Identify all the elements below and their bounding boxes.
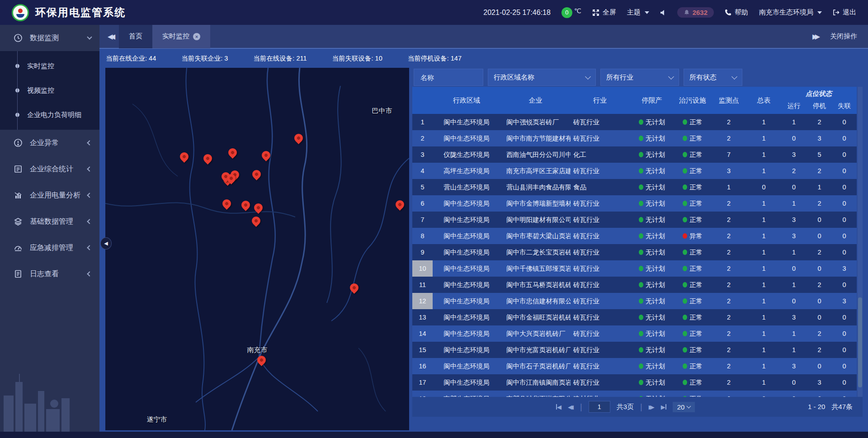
collapse-tabs-button[interactable]: ◀◀ (108, 33, 113, 41)
next-page-button[interactable]: ▶▶ (649, 404, 655, 410)
close-operations-button[interactable]: 关闭操作 (830, 32, 857, 41)
map-pin-icon[interactable] (226, 174, 236, 184)
sidebar-group-应急减排管理[interactable]: 应急减排管理 (0, 235, 99, 261)
collapse-map-button[interactable]: ◀ (100, 237, 112, 250)
table-row[interactable]: 14阆中生态环境局阆中大兴页岩机砖厂砖瓦行业无计划正常21120 (412, 325, 857, 342)
map-pin-icon[interactable] (257, 355, 267, 365)
last-page-button[interactable]: ▶ (661, 404, 666, 410)
map-pin-icon[interactable] (228, 148, 238, 158)
table-row[interactable]: 6阆中生态环境局阆中市金博瑞新型墙材砖瓦行业无计划正常21120 (412, 195, 857, 212)
notification-pill[interactable]: 2632 (677, 7, 714, 18)
name-search-input[interactable] (420, 73, 477, 82)
map-pin-icon[interactable] (179, 152, 189, 162)
cell-region: 阆中生态环境局 (433, 342, 500, 358)
cell-offline: 0 (832, 163, 857, 179)
map-pin-icon[interactable] (254, 203, 264, 213)
table-row[interactable]: 13阆中生态环境局阆中市金福旺页岩机砖砖瓦行业无计划正常21300 (412, 309, 857, 325)
cell-offline: 0 (832, 146, 857, 163)
organization-dropdown[interactable]: 南充市生态环境局 (759, 8, 822, 17)
cell-index: 15 (412, 342, 433, 358)
cell-region: 阆中生态环境局 (433, 195, 500, 212)
stat-value: 147 (451, 55, 462, 62)
map-pin-icon[interactable] (294, 133, 304, 143)
topbar-actions: 2021-02-25 17:46:18 0 ℃ 全屏 主题 2632 (483, 7, 868, 18)
production-limit-text: 无计划 (646, 248, 665, 257)
table-scrollbar-thumb[interactable] (858, 297, 862, 387)
cell-industry: 砖瓦行业 (571, 195, 629, 212)
cell-company: 阆中市南方节能建材有 (500, 130, 571, 146)
map-pin-icon[interactable] (261, 151, 271, 160)
tab-realtime-monitor[interactable]: 实时监控 × (152, 25, 210, 48)
cell-index: 12 (412, 293, 433, 309)
table-row[interactable]: 11阆中生态环境局阆中市五马桥页岩机砖砖瓦行业无计划正常21120 (412, 277, 857, 293)
table-row[interactable]: 10阆中生态环境局阆中千佛镇五郎垭页岩砖瓦行业无计划正常21003 (412, 260, 857, 277)
cell-pollution-facility: 异常 (675, 228, 711, 244)
map-rivers (105, 68, 409, 430)
sidebar-group-企业综合统计[interactable]: 企业综合统计 (0, 156, 99, 182)
sidebar-group-日志查看[interactable]: 日志查看 (0, 261, 99, 287)
table-row[interactable]: 4高坪生态环境局南充市高坪区王家店建砖瓦行业无计划正常31220 (412, 163, 857, 179)
previous-page-button[interactable]: ◀◀ (568, 404, 574, 410)
fullscreen-button[interactable]: 全屏 (592, 8, 616, 17)
mute-button[interactable] (660, 9, 666, 16)
map-pin-icon[interactable] (395, 200, 405, 210)
production-limit-text: 无计划 (646, 232, 665, 240)
page-size-select[interactable]: 20 (673, 402, 695, 412)
status-dot-green (683, 201, 687, 206)
status-dot-green (639, 217, 643, 222)
map-pin-icon[interactable] (222, 199, 232, 209)
table-row[interactable]: 12阆中生态环境局阆中市忠信建材有限公砖瓦行业无计划正常21003 (412, 293, 857, 309)
cell-company: 阆中市金福旺页岩机砖 (500, 309, 571, 325)
column-header-监测点: 监测点 (711, 87, 747, 114)
logout-button[interactable]: 退出 (833, 8, 856, 17)
cell-company: 阆中市枣碧大梁山页岩 (500, 228, 571, 244)
cell-monitor-points: 6 (711, 391, 747, 397)
sidebar-group-企业异常[interactable]: 企业异常 (0, 130, 99, 156)
sidebar-group-数据监测[interactable]: 数据监测 (0, 25, 99, 51)
map-pin-icon[interactable] (252, 170, 262, 179)
cell-total-meters: 1 (747, 228, 781, 244)
table-body: 1阆中生态环境局阆中强锐页岩砖厂砖瓦行业无计划正常211202阆中生态环境局阆中… (412, 114, 857, 397)
cell-index: 18 (412, 391, 433, 397)
table-row[interactable]: 17阆中生态环境局阆中市江南镇阆南页岩砖瓦行业无计划正常21030 (412, 374, 857, 391)
status-select[interactable]: 所有状态 (684, 69, 742, 86)
map-pin-icon[interactable] (203, 154, 213, 164)
sidebar-group-企业用电量分析[interactable]: 企业用电量分析 (0, 182, 99, 208)
theme-dropdown[interactable]: 主题 (627, 8, 649, 17)
sidebar-item-视频监控[interactable]: 视频监控 (0, 78, 99, 103)
close-tab-icon[interactable]: × (193, 33, 200, 40)
table-row[interactable]: 2阆中生态环境局阆中市南方节能建材有砖瓦行业无计划正常21030 (412, 130, 857, 146)
table-row[interactable]: 8阆中生态环境局阆中市枣碧大梁山页岩砖瓦行业无计划异常21300 (412, 228, 857, 244)
map-pin-icon[interactable] (251, 216, 261, 226)
cell-stopped: 0 (807, 293, 832, 309)
table-row[interactable]: 5营山生态环境局营山县润丰肉食品有限食品无计划正常10010 (412, 179, 857, 195)
table-row[interactable]: 18南部生态环境局南部县砂华页岩有限公建材行业无计划正常62060 (412, 391, 857, 397)
cell-running: 0 (781, 293, 807, 309)
cell-company: 阆中市二龙长宝页岩砖 (500, 244, 571, 260)
table-row[interactable]: 7阆中生态环境局阆中明阳建材有限公司砖瓦行业无计划正常21300 (412, 212, 857, 228)
industry-select[interactable]: 所有行业 (600, 69, 679, 86)
status-dot-green (639, 331, 643, 336)
cell-stopped: 2 (807, 244, 832, 260)
table-row[interactable]: 9阆中生态环境局阆中市二龙长宝页岩砖砖瓦行业无计划正常21120 (412, 244, 857, 260)
table-row[interactable]: 3仪陇生态环境局西南油气田分公司川中化工无计划正常71350 (412, 146, 857, 163)
production-limit-text: 无计划 (646, 199, 665, 208)
sidebar-item-实时监控[interactable]: 实时监控 (0, 54, 99, 78)
sidebar-group-基础数据管理[interactable]: 基础数据管理 (0, 208, 99, 235)
map-pin-icon[interactable] (349, 283, 359, 293)
scroll-tabs-right-button[interactable]: ▶▶ (812, 33, 817, 41)
map-pin-icon[interactable] (241, 200, 251, 210)
sidebar-item-企业电力负荷明细[interactable]: 企业电力负荷明细 (0, 103, 99, 127)
tab-home[interactable]: 首页 (119, 25, 152, 48)
status-dot-green (683, 119, 687, 125)
cell-running: 3 (781, 212, 807, 228)
table-row[interactable]: 15阆中生态环境局阆中市光富页岩机砖厂砖瓦行业无计划正常21120 (412, 342, 857, 358)
cell-region: 阆中生态环境局 (433, 374, 500, 391)
table-row[interactable]: 16阆中生态环境局阆中市石子页岩机砖厂砖瓦行业无计划正常21300 (412, 358, 857, 374)
first-page-button[interactable]: ◀ (556, 404, 561, 410)
region-select[interactable]: 行政区域名称 (488, 69, 596, 86)
help-button[interactable]: 帮助 (725, 8, 748, 17)
table-row[interactable]: 1阆中生态环境局阆中强锐页岩砖厂砖瓦行业无计划正常21120 (412, 114, 857, 130)
map-panel[interactable]: 巴中市南充市遂宁市 (105, 68, 409, 430)
page-number-input[interactable] (589, 401, 610, 413)
